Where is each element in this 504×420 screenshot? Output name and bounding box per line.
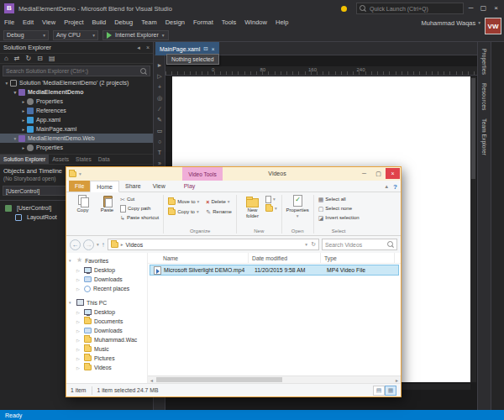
solution-tree-item[interactable]: ▸ MainPage.xaml bbox=[0, 124, 153, 134]
back-button[interactable]: ← bbox=[70, 239, 81, 250]
forward-button[interactable]: → bbox=[83, 239, 94, 250]
menu-tools[interactable]: Tools bbox=[218, 17, 241, 29]
copy-to-button[interactable]: Copy to▾ bbox=[168, 207, 199, 216]
expander-icon[interactable]: ▷ bbox=[76, 365, 81, 370]
expander-icon[interactable]: ▾ bbox=[69, 300, 74, 305]
recent-locations-icon[interactable]: ▾ bbox=[97, 242, 99, 247]
menu-edit[interactable]: Edit bbox=[18, 17, 38, 29]
nav-item-music[interactable]: ▷ Music bbox=[66, 344, 147, 354]
expander-icon[interactable]: ▷ bbox=[76, 310, 81, 315]
panel-tab-solution-explorer[interactable]: Solution Explorer bbox=[0, 155, 49, 164]
scroll-right-icon[interactable]: ▸ bbox=[393, 376, 401, 383]
address-dropdown-icon[interactable]: ▾ bbox=[305, 242, 307, 247]
ellipse-tool[interactable]: ○ bbox=[158, 139, 161, 144]
solution-tree-item[interactable]: ▾ Solution 'MediaElementDemo' (2 project… bbox=[0, 78, 153, 87]
panel-tab-states[interactable]: States bbox=[72, 155, 95, 164]
side-tab-team-explorer[interactable]: Team Explorer bbox=[480, 116, 488, 158]
eyedropper-tool[interactable]: ∕ bbox=[159, 106, 160, 112]
close-button[interactable]: × bbox=[490, 0, 502, 17]
refresh-icon[interactable]: ↻ bbox=[311, 241, 316, 248]
paste-shortcut-button[interactable]: ↳Paste shortcut bbox=[120, 213, 159, 222]
panel-tab-assets[interactable]: Assets bbox=[49, 155, 72, 164]
expander-icon[interactable]: ▸ bbox=[20, 99, 27, 104]
configuration-dropdown[interactable]: Debug▾ bbox=[3, 30, 49, 40]
list-horizontal-scrollbar[interactable]: ◂ ▸ bbox=[148, 375, 401, 383]
minimize-button[interactable]: ─ bbox=[357, 168, 371, 179]
solution-tree-item[interactable]: ▸ References bbox=[0, 106, 153, 115]
side-tab-properties[interactable]: Properties bbox=[480, 46, 488, 77]
pan-tool[interactable]: + bbox=[158, 84, 161, 90]
user-avatar[interactable]: VW bbox=[485, 18, 501, 34]
solution-tree-item[interactable]: ▸ Properties bbox=[0, 97, 153, 106]
ribbon-tab-share[interactable]: Share bbox=[119, 181, 147, 192]
close-button[interactable]: × bbox=[386, 168, 400, 179]
expander-icon[interactable]: ▷ bbox=[76, 338, 81, 343]
expander-icon[interactable]: ▷ bbox=[76, 319, 81, 324]
expander-icon[interactable]: ▾ bbox=[3, 81, 10, 86]
menu-debug[interactable]: Debug bbox=[110, 17, 137, 29]
dock-icon[interactable]: ◂ bbox=[137, 45, 140, 50]
pen-tool[interactable]: ✎ bbox=[157, 117, 162, 123]
collapse-all-icon[interactable]: ⊟ bbox=[37, 55, 43, 62]
expander-icon[interactable]: ▸ bbox=[20, 145, 27, 150]
sync-icon[interactable]: ⇄ bbox=[14, 55, 20, 62]
select-none-button[interactable]: ▢Select none bbox=[318, 204, 360, 213]
move-to-button[interactable]: Move to▾ bbox=[168, 197, 199, 206]
select-all-button[interactable]: ▦Select all bbox=[318, 195, 360, 203]
properties-icon[interactable]: ▤ bbox=[49, 55, 55, 62]
nav-section-header[interactable]: ▾ ★Favorites bbox=[66, 255, 147, 265]
expander-icon[interactable]: ▾ bbox=[69, 258, 74, 263]
menu-format[interactable]: Format bbox=[189, 17, 218, 29]
nav-item-downloads[interactable]: ▷ Downloads bbox=[66, 326, 147, 335]
menu-design[interactable]: Design bbox=[161, 17, 189, 29]
direct-selection-tool[interactable]: ▷ bbox=[157, 73, 161, 79]
expander-icon[interactable]: ▾ bbox=[12, 90, 18, 95]
expander-icon[interactable]: ▷ bbox=[76, 356, 81, 361]
nav-item-downloads[interactable]: ▷ Downloads bbox=[66, 275, 147, 284]
column-type[interactable]: Type bbox=[321, 253, 395, 263]
platform-dropdown[interactable]: Any CPU▾ bbox=[53, 30, 98, 40]
ribbon-tab-file[interactable]: File bbox=[69, 181, 90, 192]
menu-help[interactable]: Help bbox=[271, 17, 292, 29]
expander-icon[interactable]: ▷ bbox=[76, 347, 81, 352]
column-date-modified[interactable]: Date modified bbox=[249, 253, 321, 263]
expander-icon[interactable]: ▸ bbox=[20, 108, 27, 113]
paste-button[interactable]: Paste bbox=[96, 193, 118, 213]
quick-launch-box[interactable]: Quick Launch (Ctrl+Q) bbox=[356, 3, 464, 14]
delete-button[interactable]: ×Delete▾ bbox=[206, 197, 232, 206]
breadcrumb[interactable]: ▸ Videos ▾ ↻ bbox=[108, 239, 319, 250]
thumbnails-view-button[interactable]: ▦ bbox=[385, 386, 396, 396]
help-icon[interactable]: ? bbox=[393, 183, 397, 191]
panel-tab-data[interactable]: Data bbox=[95, 155, 113, 164]
cut-button[interactable]: ✂Cut bbox=[120, 195, 159, 203]
expander-icon[interactable]: ▷ bbox=[76, 286, 81, 291]
solution-search-box[interactable]: Search Solution Explorer (Ctrl+;) bbox=[3, 66, 150, 76]
pin-icon[interactable]: ⊡ bbox=[203, 45, 207, 52]
expander-icon[interactable]: ▷ bbox=[76, 268, 81, 273]
customize-qat-icon[interactable]: ▾ bbox=[79, 171, 81, 176]
nav-item-documents[interactable]: ▷ Documents bbox=[66, 317, 147, 326]
column-name[interactable]: Name bbox=[148, 253, 249, 263]
new-folder-button[interactable]: New folder bbox=[241, 193, 264, 219]
vertical-scrollbar[interactable] bbox=[470, 76, 476, 382]
text-tool[interactable]: T bbox=[158, 150, 161, 155]
menu-file[interactable]: File bbox=[0, 17, 18, 29]
run-button[interactable]: Internet Explorer ▾ bbox=[102, 30, 169, 40]
menu-view[interactable]: View bbox=[38, 17, 60, 29]
expander-icon[interactable]: ▾ bbox=[12, 136, 18, 141]
solution-tree-item[interactable]: ▸ App.xaml bbox=[0, 115, 153, 124]
expander-icon[interactable]: ▷ bbox=[76, 328, 81, 333]
solution-tree-item[interactable]: ▸ Properties bbox=[0, 143, 153, 152]
menu-team[interactable]: Team bbox=[137, 17, 160, 29]
nav-section-header[interactable]: ▾ This PC bbox=[66, 297, 147, 307]
expander-icon[interactable]: ▸ bbox=[20, 118, 27, 123]
ribbon-tab-view[interactable]: View bbox=[147, 181, 171, 192]
nav-item-videos[interactable]: ▷ Videos bbox=[66, 363, 147, 372]
tab-close-icon[interactable]: × bbox=[212, 46, 215, 52]
nav-item-muhammad-wac[interactable]: ▷ Muhammad.Wac bbox=[66, 335, 147, 344]
menu-window[interactable]: Window bbox=[240, 17, 271, 29]
properties-button[interactable]: Properties ▾ bbox=[286, 193, 309, 219]
menu-build[interactable]: Build bbox=[88, 17, 111, 29]
details-view-button[interactable]: ▤ bbox=[373, 386, 385, 396]
invert-selection-button[interactable]: ◪Invert selection bbox=[318, 213, 360, 222]
